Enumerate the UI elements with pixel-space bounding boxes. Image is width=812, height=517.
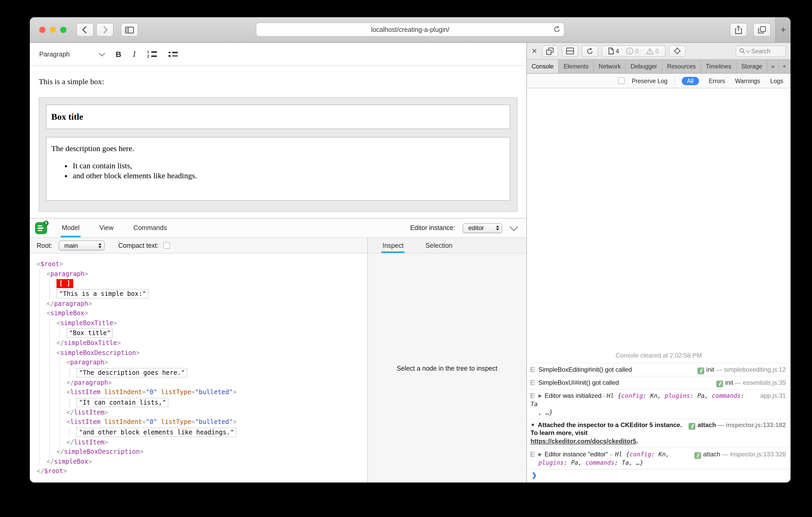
function-name[interactable]: init: [706, 366, 715, 373]
editor-instance-select[interactable]: editor: [463, 223, 502, 233]
intro-paragraph[interactable]: This is a simple box:: [39, 78, 517, 86]
tag-name[interactable]: simpleBox: [50, 308, 84, 318]
dock-bottom-button[interactable]: [562, 45, 578, 57]
text-node[interactable]: "Box title": [66, 328, 113, 338]
tree-line[interactable]: </simpleBox>: [37, 457, 367, 466]
tree-line[interactable]: "It can contain lists,": [37, 397, 367, 407]
source-link[interactable]: essentials.js:35: [743, 379, 786, 386]
reload-page-button[interactable]: [582, 45, 598, 57]
add-tab-button[interactable]: +: [779, 60, 790, 73]
console-message[interactable]: app.js:31▶Editor was initialized– Hl {co…: [527, 389, 790, 419]
tag-name[interactable]: paragraph: [50, 269, 84, 279]
tree-line[interactable]: <listItem listIndent="0" listType="bulle…: [37, 417, 367, 427]
console-message[interactable]: fattach — inspector.js:133:326▶Editor in…: [527, 448, 790, 469]
devtools-search-field[interactable]: Search: [735, 45, 786, 57]
share-button[interactable]: [730, 23, 747, 37]
inspector-tab-commands[interactable]: Commands: [133, 218, 168, 237]
sidebar-toggle-button[interactable]: [121, 23, 138, 37]
tree-line[interactable]: </simpleBoxTitle>: [37, 338, 367, 348]
compact-text-checkbox[interactable]: [163, 242, 170, 249]
filter-option-all[interactable]: All: [682, 77, 699, 85]
tree-line[interactable]: <paragraph>: [37, 358, 367, 367]
text-node[interactable]: "This is a simple box:": [57, 289, 149, 298]
side-tab-selection[interactable]: Selection: [425, 238, 454, 253]
address-bar[interactable]: localhost/creating-a-plugin/: [256, 23, 564, 37]
simple-box-title[interactable]: Box title: [46, 104, 510, 129]
preserve-log-checkbox[interactable]: [618, 78, 625, 84]
more-tabs-button[interactable]: »: [767, 60, 779, 73]
console-message[interactable]: finit — simpleboxediting.js:12SimpleBoxE…: [527, 363, 790, 375]
element-picker-button[interactable]: [669, 45, 686, 57]
list-item[interactable]: and other block elements like headings.: [73, 171, 505, 180]
tree-line[interactable]: <simpleBoxDescription>: [37, 348, 367, 358]
tree-line[interactable]: <$root>: [37, 259, 367, 269]
console-message[interactable]: finit — essentials.js:35SimpleBoxUI#init…: [527, 375, 790, 389]
devtools-tab-network[interactable]: Network: [594, 60, 626, 73]
console-link[interactable]: https://ckeditor.com/docs/ckeditor5: [530, 437, 636, 445]
tab-overview-button[interactable]: [753, 23, 771, 37]
tree-line[interactable]: "Box title": [37, 328, 367, 338]
bulleted-list-button[interactable]: [169, 43, 178, 65]
disclosure-triangle-icon[interactable]: ▶: [539, 452, 542, 457]
close-devtools-button[interactable]: ✕: [531, 47, 537, 55]
detach-devtools-button[interactable]: [542, 45, 558, 57]
tag-name[interactable]: paragraph: [70, 358, 104, 367]
inspector-tab-model[interactable]: Model: [61, 218, 81, 237]
object-preview[interactable]: {config: Kn,: [626, 451, 669, 458]
tag-name[interactable]: listItem: [70, 387, 100, 397]
source-link[interactable]: inspector.js:133:182: [726, 421, 786, 428]
side-tab-inspect[interactable]: Inspect: [381, 238, 405, 253]
numbered-list-button[interactable]: 1 2: [147, 43, 157, 65]
new-tab-button[interactable]: +: [775, 17, 790, 42]
filter-option-logs[interactable]: Logs: [770, 78, 783, 84]
source-link[interactable]: inspector.js:133:326: [730, 451, 786, 458]
tag-name[interactable]: simpleBoxDescription: [64, 447, 140, 457]
tag-name[interactable]: simpleBoxDescription: [60, 348, 136, 358]
italic-button[interactable]: I: [133, 43, 136, 65]
simple-box-description[interactable]: The description goes here. It can contai…: [46, 137, 510, 201]
bold-button[interactable]: B: [116, 43, 121, 65]
tag-name[interactable]: $root: [44, 466, 63, 476]
tree-line[interactable]: <simpleBox>: [37, 308, 367, 318]
function-name[interactable]: attach: [703, 451, 720, 458]
tree-line[interactable]: </listItem>: [37, 437, 367, 447]
tag-name[interactable]: simpleBoxTitle: [60, 318, 113, 328]
tag-name[interactable]: listItem: [74, 437, 105, 447]
simple-box-widget[interactable]: Box title The description goes here. It …: [39, 97, 517, 212]
filter-option-warnings[interactable]: Warnings: [735, 78, 760, 84]
tree-line[interactable]: [ ]: [37, 279, 367, 288]
tree-line[interactable]: <simpleBoxTitle>: [37, 318, 367, 328]
root-select[interactable]: main: [59, 240, 105, 250]
tree-line[interactable]: </simpleBoxDescription>: [37, 447, 367, 457]
devtools-tab-console[interactable]: Console: [527, 60, 559, 73]
text-node[interactable]: "It can contain lists,": [77, 398, 169, 407]
tag-name[interactable]: listItem: [74, 407, 105, 417]
console-prompt[interactable]: ❯: [527, 469, 790, 482]
tree-line[interactable]: "This is a simple box:": [37, 288, 367, 299]
devtools-tab-debugger[interactable]: Debugger: [626, 60, 662, 73]
description-paragraph[interactable]: The description goes here.: [51, 144, 505, 153]
tree-line[interactable]: <paragraph>: [37, 269, 367, 279]
devtools-tab-timelines[interactable]: Timelines: [701, 60, 737, 73]
console-message[interactable]: fattach — inspector.js:133:182▼Attached …: [527, 419, 790, 448]
heading-dropdown[interactable]: Paragraph: [39, 43, 104, 65]
tag-name[interactable]: paragraph: [74, 378, 108, 387]
text-node[interactable]: "The description goes here.": [77, 368, 187, 377]
disclosure-triangle-icon[interactable]: ▶: [539, 393, 542, 398]
tree-line[interactable]: "and other block elements like headings.…: [37, 427, 367, 437]
devtools-tab-resources[interactable]: Resources: [662, 60, 701, 73]
tag-name[interactable]: simpleBox: [54, 457, 88, 466]
minimize-window-button[interactable]: [50, 27, 56, 33]
tree-line[interactable]: </listItem>: [37, 407, 367, 417]
disclosure-triangle-icon[interactable]: ▼: [530, 422, 535, 427]
tree-line[interactable]: </paragraph>: [37, 378, 367, 387]
issues-summary[interactable]: 4 0: [602, 45, 666, 57]
collapse-inspector-icon[interactable]: [509, 222, 518, 231]
forward-button[interactable]: [96, 23, 114, 37]
inspector-tab-view[interactable]: View: [98, 218, 115, 237]
devtools-tab-elements[interactable]: Elements: [559, 60, 594, 73]
source-link[interactable]: app.js:31: [760, 392, 786, 399]
text-node[interactable]: "and other block elements like headings.…: [77, 427, 236, 437]
tag-name[interactable]: $root: [40, 259, 59, 269]
tree-line[interactable]: <listItem listIndent="0" listType="bulle…: [37, 387, 367, 397]
